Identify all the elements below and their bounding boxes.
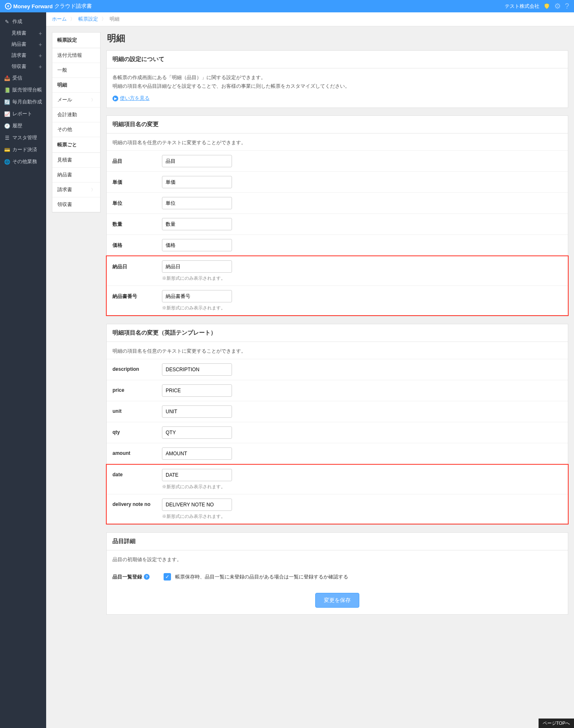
plus-icon[interactable]: + (39, 41, 42, 48)
item-register-checkbox[interactable]: ✓ (164, 573, 171, 581)
settings-nav-detail[interactable]: 明細 (52, 78, 100, 93)
input-date-en[interactable] (162, 469, 232, 481)
input-unit-en[interactable] (162, 405, 232, 418)
input-qty-en[interactable] (162, 426, 232, 439)
breadcrumb-home[interactable]: ホーム (52, 16, 67, 23)
plus-icon[interactable]: + (39, 30, 42, 37)
inbox-icon: 📥 (4, 75, 10, 81)
sidebar-item-master[interactable]: ☰マスタ管理 (0, 132, 46, 144)
logo-icon: ¢ (5, 3, 12, 9)
settings-nav-accounting[interactable]: 会計連動 (52, 108, 100, 122)
panel-names-en-title: 明細項目名の変更（英語テンプレート） (107, 324, 568, 342)
breadcrumb: ホーム 〉 帳票設定 〉 明細 (46, 12, 574, 26)
plus-icon[interactable]: + (39, 63, 42, 70)
label-description-en: description (112, 363, 162, 372)
settings-nav-delivery[interactable]: 納品書 (52, 168, 100, 183)
label-price: 単価 (112, 176, 162, 186)
label-amount-en: amount (112, 447, 162, 456)
input-price-en[interactable] (162, 384, 232, 397)
settings-nav: 帳票設定 送付元情報 一般 明細 メール〉 会計連動 その他 帳票ごと 見積書 … (52, 32, 101, 213)
chevron-right-icon: 〉 (101, 16, 106, 23)
gear-icon[interactable]: ⚙ (554, 2, 561, 11)
about-text-1: 各帳票の作成画面にある「明細（品目）」に関する設定ができます。 (112, 74, 562, 81)
settings-nav-receipt[interactable]: 領収書 (52, 197, 100, 212)
chevron-right-icon: 〉 (70, 16, 75, 23)
label-delivery-note-no-en: delivery note no (112, 499, 162, 507)
settings-nav-header2: 帳票ごと (52, 137, 100, 153)
label-item: 品目 (112, 155, 162, 165)
settings-nav-header: 帳票設定 (52, 33, 100, 48)
input-unit[interactable] (162, 197, 232, 209)
sidebar-item-other[interactable]: 🌐その他業務 (0, 156, 46, 168)
help-icon[interactable]: ? (144, 574, 150, 580)
chevron-right-icon: 〉 (91, 97, 95, 103)
shield-icon[interactable] (544, 2, 550, 10)
panel-item-detail-title: 品目詳細 (107, 533, 568, 550)
settings-nav-other[interactable]: その他 (52, 122, 100, 137)
settings-nav-estimate[interactable]: 見積書 (52, 153, 100, 168)
highlight-en: date※新形式にのみ表示されます。 delivery note no※新形式に… (106, 464, 569, 524)
panel-about-title: 明細の設定について (107, 51, 568, 68)
note-date-en: ※新形式にのみ表示されます。 (162, 484, 232, 490)
input-description-en[interactable] (162, 363, 232, 376)
clock-icon: 🕘 (4, 123, 10, 129)
plus-icon[interactable]: + (39, 52, 42, 59)
sidebar-item-sales-ledger[interactable]: 📗販売管理台帳 (0, 84, 46, 96)
input-amount[interactable] (162, 239, 232, 251)
howto-link[interactable]: ▶ 使い方を見る (112, 95, 150, 102)
sidebar-sub-receipt[interactable]: 領収書+ (0, 61, 46, 72)
input-delivery-note-no-en[interactable] (162, 499, 232, 511)
sidebar-item-auto-create[interactable]: 🔄毎月自動作成 (0, 96, 46, 108)
panel-about: 明細の設定について 各帳票の作成画面にある「明細（品目）」に関する設定ができます… (106, 50, 568, 108)
label-amount: 価格 (112, 239, 162, 249)
book-icon: 📗 (4, 87, 10, 93)
company-name[interactable]: テスト株式会社 (505, 3, 539, 10)
save-button[interactable]: 変更を保存 (315, 593, 359, 608)
refresh-icon: 🔄 (4, 99, 10, 105)
app-logo[interactable]: ¢ Money Forward クラウド請求書 (5, 2, 92, 10)
label-qty-en: qty (112, 426, 162, 435)
panel-names-en-desc: 明細の項目名を任意のテキストに変更することができます。 (107, 342, 568, 359)
note-delivery-no: ※新形式にのみ表示されます。 (162, 305, 232, 311)
note-delivery-note-no-en: ※新形式にのみ表示されます。 (162, 513, 232, 520)
help-icon[interactable]: ? (565, 2, 569, 11)
card-icon: 💳 (4, 147, 10, 153)
sidebar-sub-estimate[interactable]: 見積書+ (0, 28, 46, 39)
settings-nav-general[interactable]: 一般 (52, 63, 100, 78)
sidebar-item-report[interactable]: 📈レポート (0, 108, 46, 120)
logo-brand: Money Forward (13, 3, 53, 9)
input-item[interactable] (162, 155, 232, 167)
sidebar-item-inbox[interactable]: 📥受信 (0, 72, 46, 84)
breadcrumb-settings[interactable]: 帳票設定 (78, 16, 98, 23)
sidebar-item-card[interactable]: 💳カード決済 (0, 144, 46, 156)
input-amount-en[interactable] (162, 447, 232, 460)
globe-icon: 🌐 (4, 159, 10, 165)
sidebar-main: ✎ 作成 見積書+ 納品書+ 請求書+ 領収書+ 📥受信 📗販売管理台帳 🔄毎月… (0, 12, 46, 728)
page-title: 明細 (106, 32, 568, 44)
sidebar-sub-invoice[interactable]: 請求書+ (0, 50, 46, 61)
input-price[interactable] (162, 176, 232, 188)
input-delivery-date[interactable] (162, 260, 232, 273)
list-icon: ☰ (4, 135, 10, 141)
settings-nav-mail[interactable]: メール〉 (52, 93, 100, 108)
pencil-icon: ✎ (4, 19, 10, 25)
settings-nav-invoice[interactable]: 請求書〉 (52, 183, 100, 197)
sidebar-item-history[interactable]: 🕘履歴 (0, 120, 46, 132)
input-delivery-no[interactable] (162, 290, 232, 302)
chevron-right-icon: 〉 (91, 187, 95, 193)
settings-nav-sender[interactable]: 送付元情報 (52, 48, 100, 63)
label-delivery-date: 納品日 (112, 260, 162, 270)
panel-item-detail: 品目詳細 品目の初期値を設定できます。 品目一覧登録 ? ✓ 帳票保存時、品目一… (106, 532, 568, 615)
logo-product: クラウド請求書 (54, 2, 92, 10)
label-date-en: date (112, 469, 162, 478)
pagetop-button[interactable]: ページTOPへ (539, 719, 574, 728)
highlight-jp: 納品日※新形式にのみ表示されます。 納品書番号※新形式にのみ表示されます。 (106, 255, 569, 316)
panel-names-jp-desc: 明細の項目名を任意のテキストに変更することができます。 (107, 133, 568, 150)
panel-names-jp: 明細項目名の変更 明細の項目名を任意のテキストに変更することができます。 品目 … (106, 115, 568, 316)
input-qty[interactable] (162, 218, 232, 230)
panel-names-jp-title: 明細項目名の変更 (107, 116, 568, 133)
sidebar-sub-delivery[interactable]: 納品書+ (0, 39, 46, 50)
label-unit: 単位 (112, 197, 162, 207)
label-delivery-no: 納品書番号 (112, 290, 162, 300)
sidebar-item-create[interactable]: ✎ 作成 (0, 16, 46, 28)
